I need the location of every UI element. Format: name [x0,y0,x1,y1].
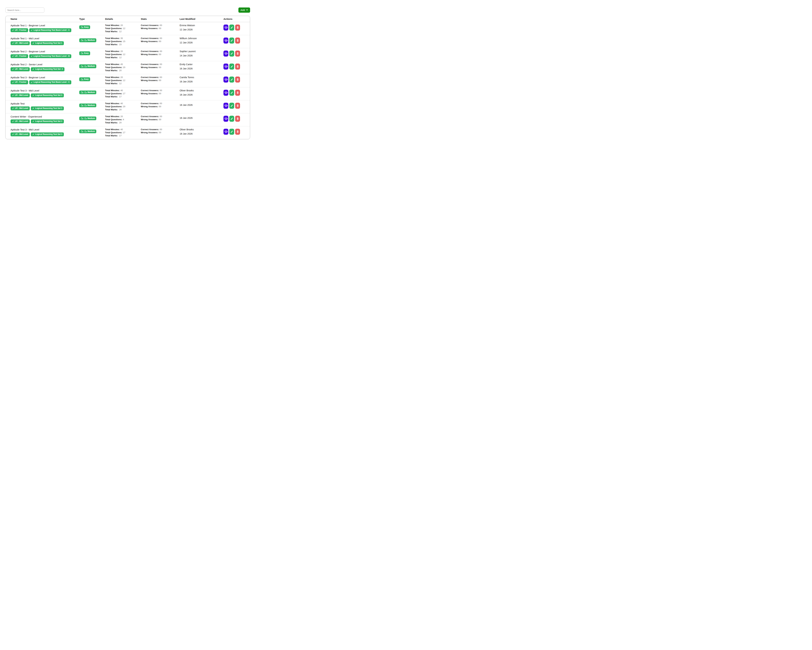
edit-button[interactable] [229,103,234,109]
search-input[interactable] [5,8,44,13]
modified-date: 12 Jan 2026 [180,41,223,44]
test-name: Aptitude Test 1 - Mid Level [11,37,79,40]
total-questions-line: Total Questions:17 [105,131,141,134]
tag-badge[interactable]: Logical Reasoning Test Set 2 [31,67,64,71]
total-marks-value: 17 [119,135,122,137]
edit-button[interactable] [229,90,234,96]
delete-button[interactable] [235,50,240,57]
delete-button[interactable] [235,129,240,135]
edit-button[interactable] [229,50,234,57]
name-cell: Aptitude Test 3 - Mid Level LR - Mid Lev… [11,126,79,136]
delete-button[interactable] [235,38,240,44]
total-marks-line: Total Marks:20 [105,108,141,111]
tag-badge[interactable]: LR - Mid Level [11,93,30,97]
test-name: Aptitude Test 3 - Mid Level [11,128,79,131]
edit-button[interactable] [229,24,234,31]
pencil-icon [12,107,14,109]
total-minutes-line: Total Minutes:20 [105,115,141,118]
flame-icon [81,78,84,80]
exam-preview-button[interactable] [223,50,228,57]
edit-button[interactable] [229,129,234,135]
total-minutes-value: 20 [121,24,123,26]
delete-button[interactable] [235,64,240,70]
exam-preview-button[interactable] [223,103,228,109]
delete-button[interactable] [235,116,240,122]
column-header-actions: Actions [223,18,250,20]
tag-badge[interactable]: LR - Mid Level [11,106,30,110]
correct-answers-label: Correct Answers: [141,50,159,52]
tag-badge[interactable]: Logical Reasoning Test Set 3 [31,132,64,136]
total-questions-value: 17 [123,92,125,95]
exam-preview-button[interactable] [223,90,228,96]
tag-badge[interactable]: Logical Reasoning Test Basic Level - B [29,54,72,58]
pencil-icon [230,52,233,55]
delete-button[interactable] [235,76,240,83]
tag-badge[interactable]: LR - Mid Level [11,67,30,71]
total-marks-value: 12 [119,82,122,85]
total-minutes-line: Total Minutes:40 [105,128,141,131]
wrong-answers-label: Wrong Answers: [141,79,158,81]
trash-icon [236,104,239,107]
details-cell: Total Minutes:45 Total Questions:20 Tota… [105,61,141,72]
exam-preview-button[interactable] [223,38,228,44]
total-marks-label: Total Marks: [105,135,118,137]
pencil-icon [32,107,34,109]
tag-badge[interactable]: Logical Reasoning Test Set 3 [31,119,64,123]
total-marks-line: Total Marks:15 [105,43,141,46]
stats-cell: Correct Answers:00 Wrong Answers:00 [141,100,180,108]
exam-preview-button[interactable] [223,76,228,83]
wrong-answers-label: Wrong Answers: [141,118,158,121]
tag-badge[interactable]: LR - Fresher [11,54,28,58]
delete-button[interactable] [235,90,240,96]
total-questions-label: Total Questions: [105,79,122,81]
exam-preview-button[interactable] [223,116,228,122]
add-button[interactable]: Add + [238,8,250,13]
flame-icon [81,39,84,41]
tag-badge[interactable]: LR - Mid Level [11,41,30,45]
delete-button[interactable] [235,24,240,31]
edit-button[interactable] [229,116,234,122]
stats-cell: Correct Answers:00 Wrong Answers:00 [141,74,180,82]
exam-preview-button[interactable] [223,64,228,70]
difficulty-badge: Easy [79,77,90,81]
total-questions-value: 4 [123,118,124,121]
edit-button[interactable] [229,64,234,70]
tag-badge[interactable]: LR - Mid Level [11,132,30,136]
tag-badge[interactable]: Logical Reasoning Test Set 3 [31,93,64,97]
pencil-icon [12,42,14,44]
tag-badge[interactable]: Logical Reasoning Test Basic Level - A [29,28,71,32]
tag-badge[interactable]: LR - Mid Level [11,119,30,123]
last-modified-cell: Willium Johnson 12 Jan 2026 [180,35,223,44]
tag-label: Logical Reasoning Test Basic Level - C [34,81,70,83]
modified-date: 18 Jan 2026 [180,93,223,96]
total-minutes-value: 40 [121,128,123,131]
correct-answers-value: 00 [160,102,162,105]
delete-button[interactable] [235,103,240,109]
pencil-icon [12,81,14,83]
total-questions-line: Total Questions:12 [105,79,141,82]
correct-answers-line: Correct Answers:00 [141,102,180,105]
pencil-icon [31,29,33,31]
total-minutes-line: Total Minutes:20 [105,24,141,27]
total-questions-value: 20 [123,66,125,69]
difficulty-label: Medium [87,91,95,93]
exam-preview-button[interactable] [223,24,228,31]
exam-preview-button[interactable] [223,129,228,135]
flame-icon [81,104,84,106]
edit-button[interactable] [229,38,234,44]
wrong-answers-value: 00 [159,131,161,134]
tag-badge[interactable]: Logical Reasoning Test Set 3 [31,106,64,110]
tag-label: Logical Reasoning Test Basic Level - A [34,29,70,31]
modified-by: Emily Carter [180,63,223,66]
total-marks-label: Total Marks: [105,43,118,46]
total-minutes-label: Total Minutes: [105,50,120,52]
flame-icon [84,117,87,119]
modified-date: 18 Jan 2026 [180,104,223,106]
total-marks-value: 20 [119,121,122,124]
tag-badge[interactable]: Logical Reasoning Test Set 1 [31,41,64,45]
stats-cell: Correct Answers:00 Wrong Answers:00 [141,22,180,30]
tag-badge[interactable]: LR - Fresher [11,28,28,32]
edit-button[interactable] [229,76,234,83]
tag-badge[interactable]: LR - Fresher [11,80,28,84]
tag-badge[interactable]: Logical Reasoning Test Basic Level - C [29,80,72,84]
